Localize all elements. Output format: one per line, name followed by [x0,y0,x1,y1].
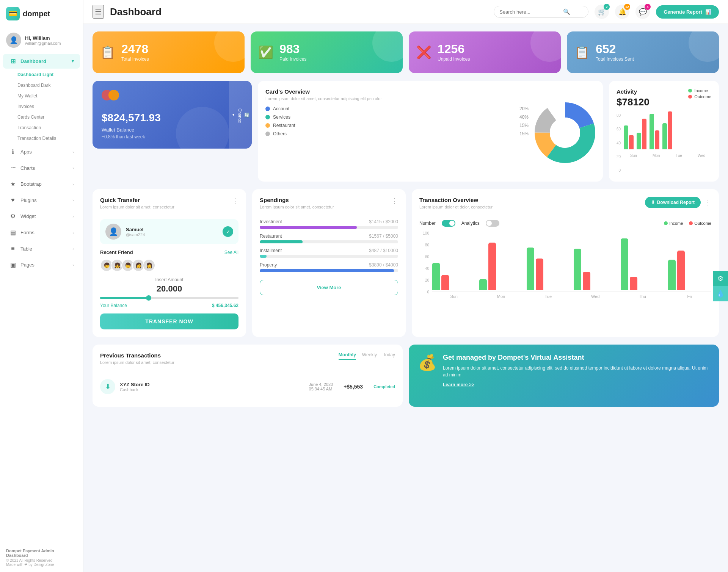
progress-investment [260,226,398,229]
download-report-button[interactable]: ⬇ Download Report [645,197,701,208]
sidebar-email: william@gmail.com [25,41,61,45]
sidebar-sub-transaction-details[interactable]: Transaction Details [0,133,83,144]
dashboard-body: 📋 2478 Total Invoices ✅ 983 Paid Invoice… [83,24,728,572]
tab-monthly[interactable]: Monthly [339,352,356,360]
paid-icon: ✅ [258,45,273,60]
stat-number-sent: 652 [596,43,634,55]
prev-tx-tabs: Monthly Weekly Today [339,352,395,360]
settings-fab-button[interactable]: ⚙ [713,271,728,286]
generate-report-button[interactable]: Generate Report 📊 [656,5,719,19]
chevron-right-icon: › [72,198,74,202]
contact-name: Samuel [126,227,145,232]
wallet-change-button[interactable]: 🔄 Change ▾ [229,81,252,149]
unpaid-icon: ❌ [416,45,431,60]
spendings-menu-button[interactable]: ⋮ [391,197,398,205]
va-learn-more-link[interactable]: Learn more >> [443,382,710,387]
apps-icon: ℹ [9,148,17,155]
prev-tx-subtitle: Lorem ipsum dolor sit amet, consectetur [100,360,174,365]
income-dot-2 [664,221,668,225]
tx-cashback-icon: ⬇ [100,379,115,394]
sidebar-footer: Dompet Payment Admin Dashboard © 2021 Al… [0,543,83,572]
pages-icon: ▣ [9,261,17,268]
message-badge: 5 [645,4,651,10]
stat-card-paid-invoices: ✅ 983 Paid Invoices [251,31,403,73]
right-fab-buttons: ⚙ 💧 [713,271,728,301]
sidebar-sub-dashboard-light[interactable]: Dashboard Light [0,69,83,80]
sidebar-item-bootstrap[interactable]: ★ Bootstrap › [3,177,80,191]
big-y-axis: 100 80 60 40 20 0 [419,231,429,296]
sidebar: 💳 dompet 👤 Hi, William william@gmail.com… [0,0,83,572]
big-bar-income-fri [668,260,676,290]
sidebar-sub-my-wallet[interactable]: My Wallet [0,91,83,101]
amount-value: 20.000 [100,284,238,294]
overview-items: Account 20% Services 40% [265,106,529,136]
sidebar-item-widget[interactable]: ⚙ Widget › [3,209,80,224]
message-button[interactable]: 💬 5 [635,5,650,19]
spending-installment: Installment $487 / $10000 [260,248,398,258]
cart-button[interactable]: 🛒 2 [595,5,609,19]
quick-transfer-title: Quick Transfer [100,197,174,203]
prev-transactions-card: Previous Transactions Lorem ipsum dolor … [93,345,403,407]
spendings-items: Investment $1415 / $2000 [260,219,398,272]
sidebar-item-apps[interactable]: ℹ Apps › [3,144,80,159]
legend-income-2: Income [664,221,683,226]
bar-group-wed [662,111,672,149]
transaction-overview-menu-button[interactable]: ⋮ [704,198,711,207]
recent-friend-row: Recent Friend See All [100,249,238,255]
sidebar-sub-transaction[interactable]: Transaction [0,122,83,133]
sidebar-logo-area: 💳 dompet [0,0,83,27]
spendings-subtitle: Lorem ipsum dolor sit amet, consectetur [260,205,334,209]
transfer-now-button[interactable]: TRANSFER NOW [100,313,238,329]
notification-button[interactable]: 🔔 12 [615,5,629,19]
bar-income-wed [662,123,667,149]
table-icon: ≡ [9,245,17,252]
va-content: Get managed by Dompet's Virtual Assistan… [443,354,710,387]
tab-today[interactable]: Today [383,352,395,360]
bootstrap-icon: ★ [9,180,17,188]
stat-card-sent-invoices: 📋 652 Total Invoices Sent [567,31,719,73]
sidebar-sub-invoices[interactable]: Invoices [0,101,83,112]
big-bar-income-wed [574,249,581,290]
va-icon: 💰 [418,354,437,371]
sidebar-item-charts[interactable]: 〰 Charts › [3,161,80,175]
search-box: 🔍 [494,6,588,18]
transaction-overview-actions: ⬇ Download Report ⋮ [645,197,711,208]
number-toggle[interactable] [442,220,455,227]
sidebar-item-dashboard[interactable]: ⊞ Dashboard ▾ [3,54,80,69]
transaction-overview-subtitle: Lorem ipsum dolor et dolor, consectetur [419,205,493,209]
chevron-right-icon: › [72,230,74,235]
sidebar-item-plugins[interactable]: ♥ Plugins › [3,193,80,207]
user-info: Hi, William william@gmail.com [25,35,61,45]
recent-friend-label: Recent Friend [100,249,133,255]
chevron-right-icon: › [72,166,74,170]
cards-overview-card: Card's Overview Lorem ipsum dolor sit am… [258,81,603,182]
tab-weekly[interactable]: Weekly [362,352,377,360]
sidebar-item-table[interactable]: ≡ Table › [3,241,80,256]
sidebar-item-forms[interactable]: ▤ Forms › [3,225,80,240]
stat-card-total-invoices: 📋 2478 Total Invoices [93,31,245,73]
sidebar-sub-dashboard-dark[interactable]: Dashboard Dark [0,80,83,91]
analytics-toggle[interactable] [486,220,499,227]
mastercard-icon [102,90,119,100]
transaction-legend: Income Outcome [664,221,711,226]
spendings-card: Spendings Lorem ipsum dolor sit amet, co… [252,189,406,337]
big-bar-fri [668,251,711,290]
see-all-link[interactable]: See All [224,250,238,255]
contact-id: @sam224 [126,232,145,237]
sidebar-item-pages[interactable]: ▣ Pages › [3,257,80,272]
search-input[interactable] [499,9,560,15]
donut-chart [535,91,595,174]
quick-transfer-menu-button[interactable]: ⋮ [232,197,238,205]
amount-slider[interactable] [100,297,238,299]
sidebar-sub-cards-center[interactable]: Cards Center [0,112,83,122]
activity-legend: Income Outcome [688,88,711,99]
legend-outcome-2: Outcome [689,221,711,226]
cart-badge: 2 [604,4,610,10]
droplet-fab-button[interactable]: 💧 [713,286,728,301]
view-more-button[interactable]: View More [260,280,398,295]
amount-label: Insert Amount [100,277,238,282]
stat-number-total: 2478 [121,43,149,55]
hamburger-button[interactable]: ☰ [93,5,104,19]
restaurant-dot [265,123,270,128]
cards-overview-title: Card's Overview [265,88,529,95]
